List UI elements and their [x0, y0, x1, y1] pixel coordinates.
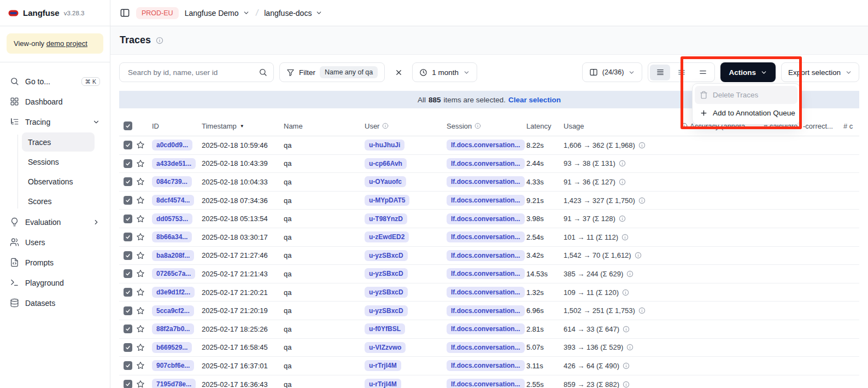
- row-checkbox[interactable]: [124, 380, 132, 388]
- session-badge[interactable]: lf.docs.conversation...: [447, 176, 525, 187]
- trace-id-badge[interactable]: dd05753...: [152, 213, 192, 224]
- trace-id-badge[interactable]: 8b66a34...: [152, 231, 192, 242]
- row-checkbox[interactable]: [124, 159, 132, 168]
- sidebar-item-observations[interactable]: Observations: [22, 172, 95, 191]
- table-row[interactable]: a433de51... 2025-02-18 10:43:39 qa u-cp6…: [119, 155, 859, 173]
- row-checkbox[interactable]: [124, 288, 132, 297]
- sidebar-item-playground[interactable]: Playground: [5, 273, 104, 293]
- sidebar-item-tracing[interactable]: Tracing: [5, 112, 104, 132]
- timerange-button[interactable]: 1 month: [412, 62, 477, 82]
- clear-filter-button[interactable]: [390, 62, 407, 82]
- table-row[interactable]: dd05753... 2025-02-18 05:13:54 qa u-T98Y…: [119, 210, 859, 228]
- col-header-session[interactable]: Session: [447, 122, 526, 130]
- user-badge[interactable]: u-cp66Avh: [365, 158, 407, 169]
- row-checkbox[interactable]: [124, 215, 132, 223]
- star-icon[interactable]: [136, 380, 145, 388]
- col-header-usage[interactable]: Usage: [564, 122, 681, 130]
- session-badge[interactable]: lf.docs.conversation...: [447, 305, 525, 316]
- clear-selection-link[interactable]: Clear selection: [508, 96, 561, 104]
- row-height-medium-button[interactable]: [671, 65, 691, 80]
- select-all-checkbox[interactable]: [124, 121, 132, 130]
- session-badge[interactable]: lf.docs.conversation...: [447, 268, 525, 279]
- table-row[interactable]: 084c739... 2025-02-18 10:04:33 qa u-OYau…: [119, 173, 859, 192]
- table-row[interactable]: b669529... 2025-02-17 16:58:45 qa u-VIZz…: [119, 339, 859, 357]
- user-badge[interactable]: u-huJhuJi: [365, 140, 404, 150]
- trace-id-badge[interactable]: 907cbf6e...: [152, 360, 194, 371]
- trace-id-badge[interactable]: 88f2a7b0...: [152, 323, 194, 334]
- col-header-timestamp[interactable]: Timestamp▼: [202, 122, 284, 130]
- export-selection-button[interactable]: Export selection: [781, 62, 859, 82]
- trace-id-badge[interactable]: 7195d78e...: [152, 379, 196, 388]
- user-badge[interactable]: u-T98YnzD: [365, 213, 407, 224]
- sidebar-item-scores[interactable]: Scores: [22, 192, 95, 211]
- session-badge[interactable]: lf.docs.conversation...: [447, 323, 525, 334]
- col-header-id[interactable]: ID: [152, 122, 202, 130]
- trace-id-badge[interactable]: 5cca9cf2...: [152, 305, 194, 316]
- trace-id-badge[interactable]: a0cd0d9...: [152, 140, 192, 150]
- star-icon[interactable]: [136, 269, 145, 278]
- session-badge[interactable]: lf.docs.conversation...: [447, 158, 525, 169]
- user-badge[interactable]: u-rTrjI4M: [365, 379, 401, 388]
- row-checkbox[interactable]: [124, 269, 132, 278]
- row-checkbox[interactable]: [124, 196, 132, 205]
- row-height-tall-button[interactable]: [693, 65, 713, 80]
- org-selector[interactable]: Langfuse Demo: [185, 9, 250, 18]
- user-badge[interactable]: u-MYpDAT5: [365, 195, 409, 206]
- star-icon[interactable]: [136, 159, 145, 168]
- trace-id-badge[interactable]: 8dcf4574...: [152, 195, 194, 206]
- session-badge[interactable]: lf.docs.conversation...: [447, 213, 525, 224]
- table-row[interactable]: 5cca9cf2... 2025-02-17 21:20:19 qa u-yzS…: [119, 302, 859, 320]
- table-row[interactable]: 88f2a7b0... 2025-02-17 18:25:26 qa u-f0Y…: [119, 320, 859, 339]
- sidebar-item-sessions[interactable]: Sessions: [22, 152, 95, 171]
- user-badge[interactable]: u-yzSBxcD: [365, 250, 408, 261]
- star-icon[interactable]: [136, 325, 145, 333]
- row-checkbox[interactable]: [124, 306, 132, 315]
- star-icon[interactable]: [136, 177, 145, 186]
- columns-button[interactable]: (24/36): [582, 62, 643, 82]
- session-badge[interactable]: lf.docs.conversation...: [447, 140, 525, 150]
- trace-id-badge[interactable]: b669529...: [152, 342, 192, 353]
- col-header-latency[interactable]: Latency: [526, 122, 564, 130]
- session-badge[interactable]: lf.docs.conversation...: [447, 360, 525, 371]
- star-icon[interactable]: [136, 361, 145, 370]
- sidebar-item-prompts[interactable]: Prompts: [5, 252, 104, 273]
- user-badge[interactable]: u-yzSBxcD: [365, 287, 408, 298]
- table-row[interactable]: 8dcf4574... 2025-02-18 07:34:36 qa u-MYp…: [119, 192, 859, 210]
- star-icon[interactable]: [136, 306, 145, 315]
- session-badge[interactable]: lf.docs.conversation...: [447, 342, 525, 353]
- trace-id-badge[interactable]: d3e9d1f2...: [152, 287, 195, 298]
- star-icon[interactable]: [136, 196, 145, 205]
- col-header-name[interactable]: Name: [284, 122, 365, 130]
- row-checkbox[interactable]: [124, 325, 132, 333]
- table-row[interactable]: d3e9d1f2... 2025-02-17 21:20:21 qa u-yzS…: [119, 283, 859, 302]
- session-badge[interactable]: lf.docs.conversation...: [447, 379, 525, 388]
- sidebar-item-datasets[interactable]: Datasets: [5, 293, 104, 313]
- table-row[interactable]: 7195d78e... 2025-02-17 16:36:43 qa u-rTr…: [119, 375, 859, 388]
- user-badge[interactable]: u-OYauofc: [365, 176, 406, 187]
- row-checkbox[interactable]: [124, 343, 132, 352]
- col-header-correct[interactable]: -correct...: [803, 122, 843, 130]
- table-row[interactable]: a0cd0d9... 2025-02-18 10:59:46 qa u-huJh…: [119, 136, 859, 155]
- search-input[interactable]: [127, 68, 259, 77]
- search-icon[interactable]: [259, 68, 267, 77]
- trace-id-badge[interactable]: 084c739...: [152, 176, 192, 187]
- star-icon[interactable]: [136, 233, 145, 241]
- row-checkbox[interactable]: [124, 251, 132, 260]
- user-badge[interactable]: u-yzSBxcD: [365, 305, 408, 316]
- col-header-user[interactable]: User: [365, 122, 447, 130]
- session-badge[interactable]: lf.docs.conversation...: [447, 231, 525, 242]
- filter-button[interactable]: Filter Name any of qa: [279, 62, 385, 82]
- project-selector[interactable]: langfuse-docs: [264, 9, 322, 18]
- menu-item-delete-traces[interactable]: Delete Traces: [695, 86, 797, 104]
- goto-button[interactable]: Go to... ⌘ K: [5, 71, 104, 91]
- row-checkbox[interactable]: [124, 361, 132, 370]
- sidebar-item-evaluation[interactable]: Evaluation: [5, 212, 104, 232]
- session-badge[interactable]: lf.docs.conversation...: [447, 287, 525, 298]
- table-row[interactable]: ba8a208f... 2025-02-17 21:27:46 qa u-yzS…: [119, 247, 859, 265]
- sidebar-toggle-icon[interactable]: [120, 8, 130, 18]
- row-height-compact-button[interactable]: [650, 65, 670, 80]
- star-icon[interactable]: [136, 141, 145, 149]
- col-header-extra[interactable]: # c: [843, 122, 859, 130]
- user-badge[interactable]: u-rTrjI4M: [365, 360, 401, 371]
- user-badge[interactable]: u-zEwdED2: [365, 231, 409, 242]
